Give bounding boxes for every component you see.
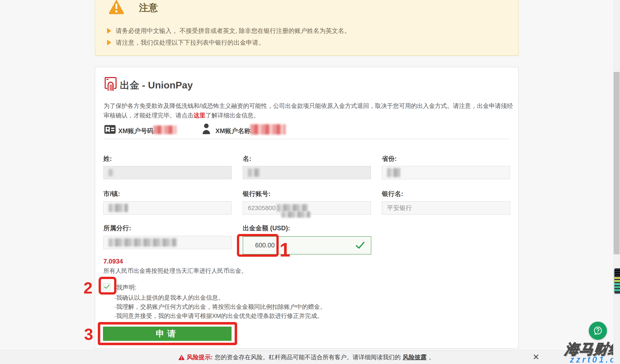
notice-item-text: 请注意，我们仅处理以下下拉列表中银行的出金申请。	[116, 38, 265, 47]
withdrawal-description: 为了保护各方免受欺诈及降低洗钱和/或恐怖主义融资的可能性，公司出金款项只能依原入…	[104, 101, 518, 120]
page-title: 出金 - UnionPay	[120, 79, 193, 92]
bank-account-redacted-line2	[281, 212, 310, 218]
declaration-item: ·我理解，交易账户任何方式的出金，将按照出金金额同比例扣除账户中的赠金。	[114, 303, 326, 311]
exchange-rate-value: 7.0934	[103, 258, 123, 265]
account-number-redacted	[153, 125, 177, 134]
province-field[interactable]	[382, 166, 510, 179]
valid-check-icon	[356, 242, 365, 249]
divider	[103, 139, 510, 139]
withdrawal-card: 出金 - UnionPay 为了保护各方免受欺诈及降低洗钱和/或恐怖主义融资的可…	[95, 67, 518, 349]
annotation-box-apply	[98, 322, 237, 345]
watermark-url: zzrt01.cn	[570, 355, 620, 364]
help-bubble-icon	[592, 325, 603, 336]
declaration-title: 我声明:	[116, 283, 137, 292]
description-text: 为了保护各方免受欺诈及降低洗钱和/或恐怖主义融资的可能性，公司出金款项只能依原入…	[104, 103, 513, 119]
city-field[interactable]	[103, 201, 232, 214]
risk-disclosure-link[interactable]: 风险披露	[403, 353, 427, 362]
browser-side-widget[interactable]	[614, 268, 620, 293]
bank-name-value: 平安银行	[387, 204, 412, 212]
amount-label: 出金金额 (USD):	[243, 224, 290, 232]
risk-text: 您的资金存在风险。杠杆商品可能不适合所有客户。请详细阅读我们的	[215, 353, 401, 362]
branch-field[interactable]	[103, 236, 232, 249]
declaration-item: ·我确认以上提供的是我本人的出金信息。	[114, 294, 224, 302]
notice-title: 注意	[139, 1, 158, 14]
scrollbar-thumb[interactable]	[614, 72, 620, 254]
risk-prefix: 风险提示:	[187, 353, 213, 362]
risk-warning-icon	[178, 354, 185, 360]
first-name-field[interactable]	[243, 166, 371, 179]
notice-item: 请务必使用中文输入， 不接受拼音或者英文, 除非您在银行注册的账户姓名为英文名。	[107, 27, 350, 35]
annotation-box-checkbox	[99, 277, 116, 295]
account-number-label: XM账户号码:	[118, 127, 156, 135]
help-button[interactable]	[589, 322, 607, 340]
withdrawal-bank-icon	[104, 76, 117, 92]
annotation-number-2: 2	[83, 280, 93, 296]
exchange-rate-note: 所有人民币出金将按照处理当天汇率进行人民币出金。	[103, 267, 247, 275]
withdrawal-page: 注意 请务必使用中文输入， 不接受拼音或者英文, 除非您在银行注册的账户姓名为英…	[0, 0, 620, 364]
warning-triangle-icon	[108, 0, 124, 15]
last-name-redacted	[108, 169, 114, 176]
person-icon	[202, 123, 210, 134]
branch-redacted	[108, 238, 177, 247]
bank-name-label: 银行名:	[382, 190, 403, 198]
city-label: 市/镇:	[103, 190, 120, 198]
province-label: 省份:	[382, 154, 397, 163]
annotation-box-amount	[237, 234, 279, 257]
bank-account-label: 银行账号:	[243, 190, 270, 198]
account-name-label: XM账户名称:	[216, 127, 253, 135]
notice-item-text: 请务必使用中文输入， 不接受拼音或者英文, 除非您在银行注册的账户姓名为英文名。	[116, 27, 350, 35]
bullet-arrow-icon	[107, 28, 111, 34]
declaration-item: ·我同意并接受，我的出金申请可根据XM的出金优先处理条款进行修正并完成。	[114, 312, 323, 320]
risk-warning-bar: 风险提示: 您的资金存在风险。杠杆商品可能不适合所有客户。请详细阅读我们的风险披…	[0, 350, 613, 364]
details-link[interactable]: 这里	[194, 112, 205, 119]
city-redacted	[108, 204, 128, 212]
bank-account-redacted	[277, 204, 308, 212]
annotation-number-3: 3	[84, 326, 93, 342]
account-name-redacted	[250, 124, 286, 135]
risk-suffix: 。	[429, 353, 435, 362]
province-redacted	[387, 168, 400, 177]
bank-account-field[interactable]: 62305800	[243, 201, 371, 214]
first-name-label: 名:	[243, 154, 251, 163]
last-name-label: 姓:	[103, 154, 112, 163]
id-card-icon	[104, 125, 116, 134]
bullet-arrow-icon	[107, 40, 111, 46]
last-name-field[interactable]	[103, 166, 232, 179]
bank-account-visible-digits: 62305800	[248, 204, 275, 212]
annotation-number-1: 1	[279, 240, 290, 260]
description-text: 了解详细出金信息。	[205, 112, 260, 119]
branch-label: 所属分行:	[103, 224, 131, 232]
notice-item: 请注意，我们仅处理以下下拉列表中银行的出金申请。	[107, 38, 265, 47]
first-name-redacted	[248, 168, 260, 177]
risk-bar-close-icon[interactable]: ✕	[533, 352, 540, 362]
notice-box: 注意 请务必使用中文输入， 不接受拼音或者英文, 除非您在银行注册的账户姓名为英…	[95, 0, 518, 56]
bank-name-field[interactable]: 平安银行	[382, 201, 510, 214]
